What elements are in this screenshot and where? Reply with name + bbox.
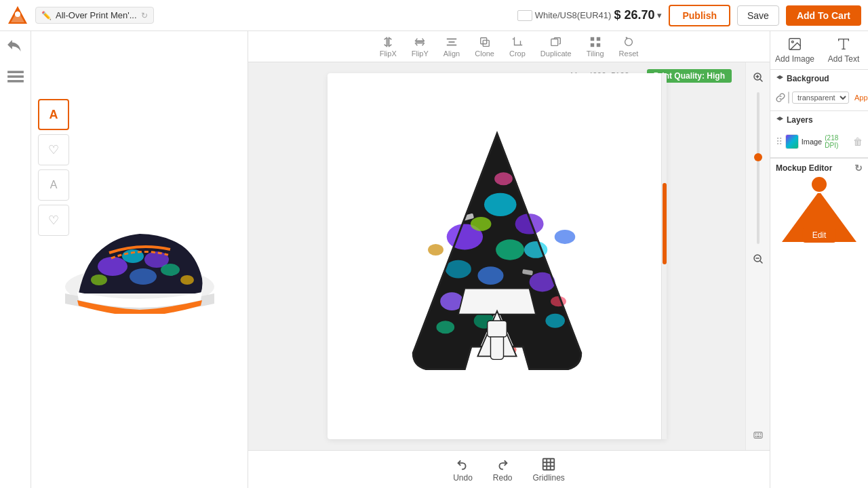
price-value: $ 26.70 <box>614 8 654 22</box>
add-image-button[interactable]: Add Image <box>770 31 819 69</box>
layers-icon[interactable] <box>4 65 27 88</box>
svg-point-35 <box>470 217 490 231</box>
svg-rect-48 <box>487 321 507 337</box>
svg-point-13 <box>130 268 157 285</box>
add-to-cart-button[interactable]: Add To Cart <box>786 5 861 26</box>
bg-color-swatch[interactable] <box>788 92 789 104</box>
left-sidebar <box>0 31 31 488</box>
price-dropdown-caret[interactable]: ▾ <box>657 10 662 20</box>
svg-rect-16 <box>447 44 456 45</box>
svg-rect-54 <box>760 433 761 434</box>
canvas-toolbar: FlipX FlipY Align Clone Crop Duplicate <box>248 31 770 62</box>
layer-item: ⠿ Image (218 DPI) 🗑 <box>776 131 863 152</box>
svg-rect-52 <box>755 433 756 434</box>
flipy-button[interactable]: FlipY <box>412 36 429 58</box>
svg-rect-55 <box>755 436 756 437</box>
svg-rect-53 <box>757 433 759 434</box>
undo-history-icon[interactable] <box>4 37 27 60</box>
zoom-sidebar <box>745 62 770 450</box>
preview-panel: A ♡ A ♡ <box>31 31 248 488</box>
view-thumb-1[interactable]: ♡ <box>38 134 69 165</box>
layer-thumb-img <box>786 135 798 148</box>
product-name-label: All-Over Print Men'... <box>56 10 137 20</box>
mockup-edit-button[interactable]: Edit <box>803 228 836 243</box>
undo-button[interactable]: Undo <box>453 457 473 483</box>
currency-label: White/US8(EUR41) <box>535 10 612 20</box>
top-bar: ✏️ All-Over Print Men'... ↻ White/US8(EU… <box>0 0 868 31</box>
bg-option-select[interactable]: transparent white black <box>792 92 849 104</box>
clone-button[interactable]: Clone <box>475 36 494 58</box>
canvas-wrapper[interactable]: Max 4909×5122 px Print Quality: High <box>248 62 745 450</box>
svg-rect-19 <box>551 39 558 45</box>
duplicate-button[interactable]: Duplicate <box>540 36 572 58</box>
mockup-editor-section: Mockup Editor ↻ Edit <box>770 158 868 249</box>
svg-rect-23 <box>596 43 599 46</box>
svg-point-2 <box>15 12 20 17</box>
zoom-in-button[interactable] <box>749 68 768 87</box>
logo <box>7 5 28 26</box>
svg-rect-21 <box>596 37 599 40</box>
tiling-button[interactable]: Tiling <box>587 36 604 58</box>
publish-button[interactable]: Publish <box>669 5 730 26</box>
zoom-handle[interactable] <box>754 153 762 161</box>
layer-delete-button[interactable]: 🗑 <box>853 136 863 147</box>
view-thumb-0[interactable]: A <box>38 99 69 130</box>
canvas-area: FlipX FlipY Align Clone Crop Duplicate <box>248 31 770 488</box>
background-section: Backgroud transparent white black Apply … <box>770 70 868 111</box>
svg-rect-17 <box>480 37 486 43</box>
svg-rect-46 <box>547 218 555 223</box>
redo-button[interactable]: Redo <box>493 457 513 483</box>
right-top-buttons: Add Image Add Text <box>770 31 868 70</box>
layers-list: ⠿ Image (218 DPI) 🗑 <box>770 129 868 157</box>
save-button[interactable]: Save <box>737 5 779 26</box>
layer-drag-handle[interactable]: ⠿ <box>776 136 783 147</box>
crop-button[interactable]: Crop <box>509 36 526 58</box>
reset-button[interactable]: Reset <box>619 36 639 58</box>
gridlines-button[interactable]: Gridlines <box>533 457 565 483</box>
svg-rect-14 <box>447 38 456 39</box>
layer-dpi-label: (218 DPI) <box>825 134 850 149</box>
layers-label: Layers <box>787 115 813 125</box>
mockup-reset-button[interactable]: ↻ <box>854 163 863 174</box>
flipx-button[interactable]: FlipX <box>380 36 397 58</box>
zoom-out-button[interactable] <box>749 249 768 268</box>
background-header[interactable]: Backgroud <box>770 70 868 87</box>
svg-rect-20 <box>590 37 593 40</box>
svg-point-28 <box>484 193 516 216</box>
svg-point-34 <box>436 321 454 333</box>
svg-rect-51 <box>753 432 762 439</box>
main-area: A ♡ A ♡ <box>0 31 868 488</box>
svg-rect-18 <box>483 40 489 46</box>
scroll-indicator[interactable] <box>661 73 667 439</box>
mockup-editor-label: Mockup Editor <box>776 163 832 173</box>
add-text-button[interactable]: Add Text <box>819 31 868 69</box>
svg-rect-57 <box>760 436 761 437</box>
svg-point-40 <box>494 172 513 185</box>
view-thumb-2[interactable]: A <box>38 169 69 201</box>
keyboard-icon[interactable] <box>749 426 768 445</box>
design-canvas[interactable] <box>328 73 667 439</box>
color-swatch <box>517 10 532 21</box>
align-button[interactable]: Align <box>443 36 460 58</box>
canvas-bottom-controls: Undo Redo Gridlines <box>248 450 770 488</box>
svg-point-38 <box>477 266 503 285</box>
svg-rect-22 <box>590 43 593 46</box>
view-thumb-3[interactable]: ♡ <box>38 205 69 236</box>
apply-all-button[interactable]: Apply All <box>852 92 868 103</box>
layers-header[interactable]: Layers <box>770 111 868 129</box>
edit-icon: ✏️ <box>41 11 52 20</box>
svg-point-37 <box>428 244 443 256</box>
canvas-zoom-wrapper: Max 4909×5122 px Print Quality: High <box>248 62 770 450</box>
link-icon[interactable] <box>776 90 785 105</box>
layer-thumbnail <box>785 134 799 149</box>
scroll-thumb <box>663 183 667 264</box>
product-name-box[interactable]: ✏️ All-Over Print Men'... ↻ <box>35 7 154 24</box>
svg-point-12 <box>180 275 194 285</box>
svg-point-31 <box>545 314 565 328</box>
svg-point-29 <box>445 260 471 279</box>
layer-name-label: Image <box>802 138 823 146</box>
zoom-track[interactable] <box>757 92 760 244</box>
svg-point-39 <box>554 230 574 244</box>
mockup-circle <box>810 176 828 193</box>
mockup-editor-header: Mockup Editor ↻ <box>776 163 863 174</box>
